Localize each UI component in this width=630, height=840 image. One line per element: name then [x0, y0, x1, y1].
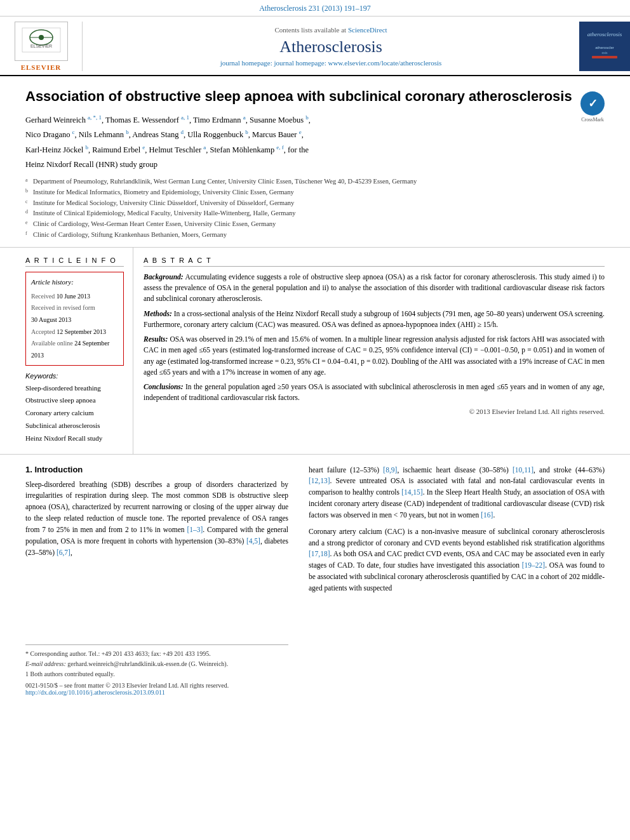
intro-para-3: Coronary artery calcium (CAC) is a non-i…	[309, 526, 605, 594]
affil-item-a: a Department of Pneumology, Ruhrlandklin…	[25, 177, 605, 187]
crossmark-badge[interactable]: ✓ CrossMark	[580, 91, 605, 123]
authors-list: Gerhard Weinreich a, *, 1, Thomas E. Wes…	[25, 112, 605, 171]
journal-header: ELSEVIER ELSEVIER Contents lists availab…	[0, 17, 630, 76]
issn-text: 0021-9150/$ – see front matter © 2013 El…	[25, 682, 288, 689]
contents-available-text: Contents lists available at ScienceDirec…	[274, 26, 387, 34]
introduction-title: 1. Introduction	[25, 465, 288, 474]
affil-item-e: e Clinic of Cardiology, West-German Hear…	[25, 219, 605, 230]
abstract-heading: A B S T R A C T	[144, 257, 605, 267]
crossmark-icon: ✓	[580, 91, 605, 116]
abstract-background: Background: Accumulating evidence sugges…	[144, 272, 605, 305]
affil-item-c: c Institute for Medical Sociology, Unive…	[25, 198, 605, 209]
homepage-url[interactable]: journal homepage: www.elsevier.com/locat…	[274, 59, 442, 67]
history-received: Received 10 June 2013	[31, 290, 118, 302]
journal-center-section: Contents lists available at ScienceDirec…	[83, 22, 579, 71]
article-history-box: Article history: Received 10 June 2013 R…	[25, 272, 124, 366]
elsevier-logo-svg: ELSEVIER	[19, 25, 64, 57]
keyword-sleep-disordered: Sleep-disordered breathing	[25, 382, 124, 395]
journal-citation: Atherosclerosis 231 (2013) 191–197	[0, 0, 630, 17]
article-body: 1. Introduction Sleep-disordered breathi…	[0, 455, 630, 707]
journal-thumbnail: atherosclerosis atheroscler osis	[579, 22, 630, 71]
article-title: Association of obstructive sleep apnoea …	[25, 88, 605, 106]
abstract-copyright: © 2013 Elsevier Ireland Ltd. All rights …	[144, 408, 605, 415]
abstract-results: Results: OSA was observed in 29.1% of me…	[144, 334, 605, 378]
history-available-online: Available online 24 September 2013	[31, 337, 118, 361]
keywords-list: Sleep-disordered breathing Obstructive s…	[25, 382, 124, 445]
abstract-column: A B S T R A C T Background: Accumulating…	[133, 248, 630, 454]
abstract-methods: Methods: In a cross-sectional analysis o…	[144, 309, 605, 331]
sciencedirect-link[interactable]: ScienceDirect	[348, 26, 387, 34]
article-info-column: A R T I C L E I N F O Article history: R…	[0, 248, 133, 454]
elsevier-brand-name: ELSEVIER	[21, 63, 62, 71]
equal-contrib: 1 Both authors contributed equally.	[25, 669, 288, 679]
elsevier-logo-section: ELSEVIER ELSEVIER	[0, 22, 83, 71]
affil-item-f: f Clinic of Cardiology, Stiftung Kranken…	[25, 230, 605, 241]
affil-item-b: b Institute for Medical Informatics, Bio…	[25, 187, 605, 198]
doi-section: 0021-9150/$ – see front matter © 2013 El…	[25, 682, 288, 696]
affiliations-list: a Department of Pneumology, Ruhrlandklin…	[25, 177, 605, 241]
keyword-subclinical: Subclinical atherosclerosis	[25, 420, 124, 432]
article-title-section: ✓ CrossMark Association of obstructive s…	[0, 76, 630, 248]
thumb-image: atheroscler osis	[589, 41, 620, 60]
citation-text: Atherosclerosis 231 (2013) 191–197	[259, 4, 371, 13]
article-info-abstract-layout: A R T I C L E I N F O Article history: R…	[0, 248, 630, 455]
article-info-heading: A R T I C L E I N F O	[25, 257, 124, 267]
email-line: E-mail address: gerhard.weinreich@ruhrla…	[25, 659, 288, 669]
abstract-conclusions: Conclusions: In the general population a…	[144, 382, 605, 404]
elsevier-logo-box: ELSEVIER	[15, 22, 68, 61]
body-right-column: heart failure (12–53%) [8,9], ischaemic …	[298, 465, 630, 707]
history-accepted: Accepted 12 September 2013	[31, 326, 118, 338]
keyword-obstructive-sleep: Obstructive sleep apnoea	[25, 394, 124, 407]
keyword-hnr: Heinz Nixdorf Recall study	[25, 432, 124, 445]
doi-link[interactable]: http://dx.doi.org/10.1016/j.atherosclero…	[25, 689, 165, 696]
keywords-section: Keywords: Sleep-disordered breathing Obs…	[25, 372, 124, 445]
crossmark-label: CrossMark	[580, 117, 605, 123]
svg-text:ELSEVIER: ELSEVIER	[30, 44, 51, 48]
footnotes-section: * Corresponding author. Tel.: +49 201 43…	[25, 644, 288, 679]
intro-para-1: Sleep-disordered breathing (SDB) describ…	[25, 479, 288, 559]
svg-text:atheroscler: atheroscler	[595, 46, 614, 50]
body-left-column: 1. Introduction Sleep-disordered breathi…	[0, 465, 298, 707]
svg-text:osis: osis	[602, 51, 608, 55]
journal-title: Atherosclerosis	[279, 37, 382, 57]
intro-para-2: heart failure (12–53%) [8,9], ischaemic …	[309, 465, 605, 521]
history-title: Article history:	[31, 276, 118, 288]
affil-item-d: d Institute of Clinical Epidemiology, Me…	[25, 208, 605, 219]
svg-rect-8	[592, 56, 617, 58]
corresponding-author: * Corresponding author. Tel.: +49 201 43…	[25, 649, 288, 659]
keyword-coronary-calcium: Coronary artery calcium	[25, 407, 124, 420]
svg-point-3	[39, 35, 44, 40]
thumb-text: atherosclerosis atheroscler osis	[585, 28, 624, 65]
history-revised: Received in revised form 30 August 2013	[31, 302, 118, 325]
journal-homepage: journal homepage: journal homepage: www.…	[220, 59, 442, 67]
keywords-heading: Keywords:	[25, 372, 124, 380]
contents-label: Contents lists available at	[274, 26, 346, 34]
